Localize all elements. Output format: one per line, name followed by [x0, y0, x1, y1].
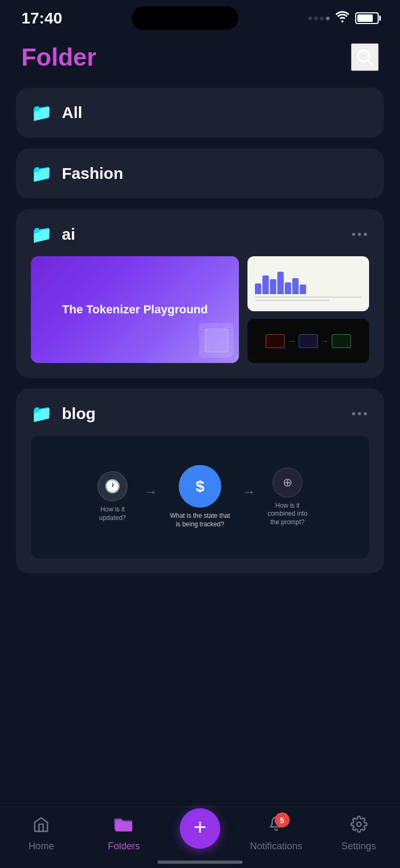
tokenizer-title: The Tokenizer Playground — [51, 303, 218, 317]
nav-home-label: Home — [28, 841, 54, 852]
more-dot — [364, 233, 367, 236]
folder-card-all[interactable]: 📁 All — [16, 88, 384, 138]
bottom-nav: Home Folders + 5 Notifications — [0, 807, 400, 868]
folder-more-button[interactable] — [350, 410, 369, 417]
folder-icon: 📁 — [31, 102, 52, 123]
folders-icon — [114, 816, 133, 837]
svg-point-0 — [358, 50, 369, 61]
nav-add-button[interactable]: + — [180, 808, 220, 849]
ai-folder-thumbnails: The Tokenizer Playground — [31, 256, 369, 363]
more-dot — [352, 412, 355, 415]
folder-card-blog[interactable]: 📁 blog 🕐 How is it updated? — [16, 389, 384, 573]
folder-name-row: 📁 blog — [31, 404, 95, 424]
status-icons — [308, 11, 379, 26]
search-icon — [355, 48, 374, 67]
more-dot — [358, 233, 361, 236]
thumb-flowchart: → → — [247, 319, 369, 363]
blog-node-circle-active: $ — [179, 465, 221, 508]
nav-item-notifications[interactable]: 5 Notifications — [250, 816, 303, 852]
nav-item-home[interactable]: Home — [14, 816, 68, 852]
blog-node-2: $ What is the state that is being tracke… — [168, 465, 232, 528]
folder-card-ai[interactable]: 📁 ai The Tokenizer Playground — [16, 209, 384, 378]
notification-badge: 5 — [275, 812, 290, 827]
gear-icon — [350, 816, 367, 837]
page-header: Folder — [0, 32, 400, 82]
folder-name-row: 📁 All — [31, 102, 82, 123]
blog-node-3: ⊕ How is it combined into the prompt? — [266, 468, 309, 527]
nav-notifications-label: Notifications — [250, 841, 302, 852]
blog-flow-diagram: 🕐 How is it updated? → $ What is the sta… — [91, 465, 309, 528]
blog-thumbnail: 🕐 How is it updated? → $ What is the sta… — [31, 436, 369, 558]
folder-name: blog — [62, 405, 95, 423]
folder-name-row: 📁 Fashion — [31, 163, 123, 184]
blog-node-label: How is it updated? — [91, 506, 134, 522]
folder-header: 📁 All — [31, 102, 369, 123]
wifi-icon — [335, 11, 350, 26]
status-bar: 17:40 — [0, 0, 400, 32]
status-time: 17:40 — [21, 9, 62, 27]
folder-icon: 📁 — [31, 163, 52, 184]
search-button[interactable] — [351, 43, 379, 71]
nav-settings-label: Settings — [341, 841, 376, 852]
folder-icon: 📁 — [31, 404, 52, 424]
flow-arrow: → — [145, 484, 157, 499]
blog-node-circle: ⊕ — [273, 468, 302, 498]
home-indicator — [157, 861, 243, 864]
thumb-document — [247, 256, 369, 311]
folder-header: 📁 blog — [31, 404, 369, 424]
page-title: Folder — [21, 43, 97, 72]
nav-item-settings[interactable]: Settings — [332, 816, 386, 852]
signal-icon — [308, 17, 330, 20]
folder-name-row: 📁 ai — [31, 224, 75, 244]
blog-node-1: 🕐 How is it updated? — [91, 471, 134, 522]
folder-name: ai — [62, 225, 75, 243]
ai-small-thumbs: → → — [247, 256, 369, 363]
flow-arrow: → — [243, 484, 255, 499]
blog-folder-thumbnails: 🕐 How is it updated? → $ What is the sta… — [31, 436, 369, 558]
svg-line-1 — [368, 60, 373, 65]
plus-icon: + — [194, 816, 207, 839]
status-notch — [132, 6, 238, 30]
more-dot — [364, 412, 367, 415]
folder-name: All — [62, 104, 82, 122]
folder-name: Fashion — [62, 164, 123, 183]
folder-header: 📁 ai — [31, 224, 369, 244]
notification-wrapper: 5 — [268, 816, 284, 837]
svg-point-2 — [357, 822, 361, 826]
more-dot — [358, 412, 361, 415]
more-dot — [352, 233, 355, 236]
folder-header: 📁 Fashion — [31, 163, 369, 184]
folder-icon: 📁 — [31, 224, 52, 244]
battery-icon — [355, 12, 379, 24]
folder-card-fashion[interactable]: 📁 Fashion — [16, 148, 384, 199]
blog-node-label: How is it combined into the prompt? — [266, 502, 309, 527]
nav-folders-label: Folders — [108, 841, 140, 852]
blog-node-label: What is the state that is being tracked? — [168, 512, 232, 528]
blog-node-circle: 🕐 — [98, 471, 127, 501]
home-icon — [33, 816, 50, 837]
folder-more-button[interactable] — [350, 231, 369, 238]
folders-list: 📁 All 📁 Fashion 📁 ai — [0, 82, 400, 659]
thumb-tokenizer: The Tokenizer Playground — [31, 256, 239, 363]
nav-item-folders[interactable]: Folders — [97, 816, 150, 852]
